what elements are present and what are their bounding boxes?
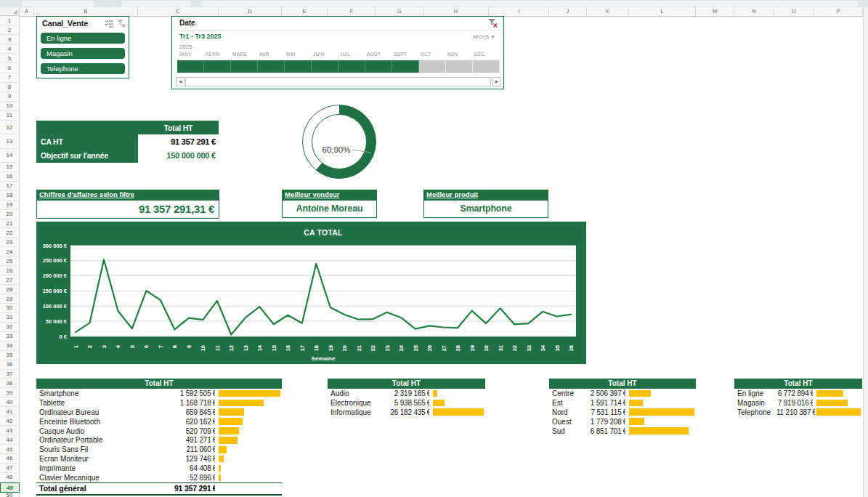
timeline-segment-DÉC[interactable] xyxy=(473,60,500,73)
table-row[interactable]: Est1 591 714€ xyxy=(549,398,696,408)
row-header-13[interactable]: 13 xyxy=(0,134,20,148)
table-row[interactable]: Centre2 506 397€ xyxy=(549,389,696,398)
table-row[interactable]: Ordinateur Bureau659 845€ xyxy=(36,408,282,417)
row-header-19[interactable]: 19 xyxy=(0,201,20,210)
row-header-44[interactable]: 44 xyxy=(0,435,20,445)
column-header-M[interactable]: M xyxy=(696,7,734,16)
pivot-regions-header[interactable]: Total HT xyxy=(549,379,696,389)
row-header-39[interactable]: 39 xyxy=(0,388,20,397)
row-header-46[interactable]: 46 xyxy=(0,454,20,464)
row-header-26[interactable]: 26 xyxy=(0,266,20,275)
row-header-21[interactable]: 21 xyxy=(0,219,20,229)
column-header-N[interactable]: N xyxy=(734,7,774,16)
row-header-27[interactable]: 27 xyxy=(0,275,20,285)
row-header-18[interactable]: 18 xyxy=(0,191,20,201)
row-header-32[interactable]: 32 xyxy=(0,323,20,332)
column-header-C[interactable]: C xyxy=(138,7,219,16)
row-header-6[interactable]: 6 xyxy=(0,63,20,73)
row-header-43[interactable]: 43 xyxy=(0,426,20,435)
row-header-38[interactable]: 38 xyxy=(0,379,20,388)
row-header-48[interactable]: 48 xyxy=(0,473,20,482)
row-header-41[interactable]: 41 xyxy=(0,407,20,416)
table-row[interactable]: Souris Sans Fil211 060€ xyxy=(36,445,282,454)
row-header-24[interactable]: 24 xyxy=(0,247,20,256)
table-row[interactable]: En ligne6 772 894€ xyxy=(734,389,862,398)
row-header-34[interactable]: 34 xyxy=(0,342,20,351)
card-meilleur-produit-value[interactable]: Smartphone xyxy=(423,200,548,218)
row-header-42[interactable]: 42 xyxy=(0,416,20,426)
table-row[interactable]: Informatique26 182 435€ xyxy=(328,408,485,417)
column-header-H[interactable]: H xyxy=(423,7,489,16)
row-header-5[interactable]: 5 xyxy=(0,54,20,63)
row-header-47[interactable]: 47 xyxy=(0,464,20,473)
timeline-segment-SEPT[interactable] xyxy=(392,60,419,73)
table-row[interactable]: Ecran Moniteur129 746€ xyxy=(36,454,282,464)
timeline-segment-MARS[interactable] xyxy=(231,60,258,73)
row-header-3[interactable]: 3 xyxy=(0,35,20,44)
timeline-segment-JANV[interactable] xyxy=(177,60,204,73)
row-header-50[interactable]: 50 xyxy=(0,493,20,497)
table-row[interactable]: Ouest1 779 208€ xyxy=(549,417,696,427)
timeline-segment-AVR[interactable] xyxy=(258,60,285,73)
timeline-scroll-track[interactable] xyxy=(185,77,491,86)
table-row[interactable]: Enceinte Bluetooth620 162€ xyxy=(36,417,282,427)
row-header-33[interactable]: 33 xyxy=(0,332,20,342)
slicer-button-magasin[interactable]: Magasin xyxy=(41,48,125,59)
timeline-clear-filter-icon[interactable] xyxy=(488,19,498,28)
row-headers[interactable]: 1234567891011121314151617181920212223242… xyxy=(0,16,20,497)
row-header-2[interactable]: 2 xyxy=(0,25,20,35)
column-header-F[interactable]: F xyxy=(328,7,376,16)
row-header-37[interactable]: 37 xyxy=(0,370,20,379)
row-header-8[interactable]: 8 xyxy=(0,83,20,92)
pivot-categories-header[interactable]: Total HT xyxy=(328,379,485,389)
timeline-scrollbar[interactable]: ◀ ▶ xyxy=(176,77,501,86)
row-header-31[interactable]: 31 xyxy=(0,313,20,323)
row-header-1[interactable]: 1 xyxy=(0,16,20,25)
card-meilleur-vendeur-value[interactable]: Antoine Moreau xyxy=(282,200,377,218)
kpi-value-objectif[interactable]: 150 000 000 € xyxy=(138,149,219,163)
row-header-36[interactable]: 36 xyxy=(0,360,20,370)
timeline-segment-OCT[interactable] xyxy=(419,60,446,73)
row-header-16[interactable]: 16 xyxy=(0,172,20,182)
row-header-28[interactable]: 28 xyxy=(0,285,20,294)
table-row[interactable]: Electronique5 938 565€ xyxy=(328,398,485,408)
column-header-I[interactable]: I xyxy=(489,7,549,16)
column-header-K[interactable]: K xyxy=(587,7,629,16)
slicer-button-telephone[interactable]: Telephone xyxy=(41,63,125,74)
vertical-scrollbar[interactable] xyxy=(863,7,868,497)
column-header-L[interactable]: L xyxy=(629,7,696,16)
column-header-D[interactable]: D xyxy=(219,7,282,16)
row-header-29[interactable]: 29 xyxy=(0,294,20,304)
row-header-4[interactable]: 4 xyxy=(0,44,20,54)
slicer-clear-filter-icon[interactable] xyxy=(117,20,126,28)
table-row[interactable]: Sud6 851 701€ xyxy=(549,427,696,436)
row-header-12[interactable]: 12 xyxy=(0,121,20,134)
timeline-segment-MAI[interactable] xyxy=(285,60,312,73)
table-row[interactable]: Ordinateur Portable491 271€ xyxy=(36,435,282,445)
row-header-22[interactable]: 22 xyxy=(0,228,20,238)
kpi-label-objectif[interactable]: Objectif sur l'année xyxy=(36,149,138,163)
column-header-O[interactable]: O xyxy=(774,7,814,16)
card-ca-filtre-value[interactable]: 91 357 291,31 € xyxy=(36,200,219,219)
timeline-segment-JUIL[interactable] xyxy=(338,60,365,73)
row-header-14[interactable]: 14 xyxy=(0,149,20,163)
timeline-month-segments[interactable] xyxy=(177,60,500,73)
table-row[interactable]: Tablette1 168 718€ xyxy=(36,398,282,408)
column-header-B[interactable]: B xyxy=(34,7,138,16)
row-header-9[interactable]: 9 xyxy=(0,92,20,102)
row-header-17[interactable]: 17 xyxy=(0,182,20,191)
kpi-corner-cell[interactable] xyxy=(36,121,138,134)
column-header-A[interactable]: A xyxy=(20,7,34,16)
kpi-label-ca-ht[interactable]: CA HT xyxy=(36,134,138,148)
table-row[interactable]: Nord7 531 115€ xyxy=(549,408,696,417)
column-header-E[interactable]: E xyxy=(282,7,328,16)
row-header-25[interactable]: 25 xyxy=(0,256,20,266)
timeline-scroll-right-arrow[interactable]: ▶ xyxy=(492,77,501,86)
table-row[interactable]: Casque Audio520 709€ xyxy=(36,427,282,436)
select-all-corner[interactable] xyxy=(0,7,20,16)
row-header-15[interactable]: 15 xyxy=(0,163,20,172)
table-row[interactable]: Imprimante64 408€ xyxy=(36,464,282,473)
kpi-header-cell[interactable]: Total HT xyxy=(138,121,219,134)
table-row[interactable]: Smartphone1 592 505€ xyxy=(36,389,282,398)
timeline-granularity-dropdown[interactable]: MOIS ▾ xyxy=(473,33,495,40)
